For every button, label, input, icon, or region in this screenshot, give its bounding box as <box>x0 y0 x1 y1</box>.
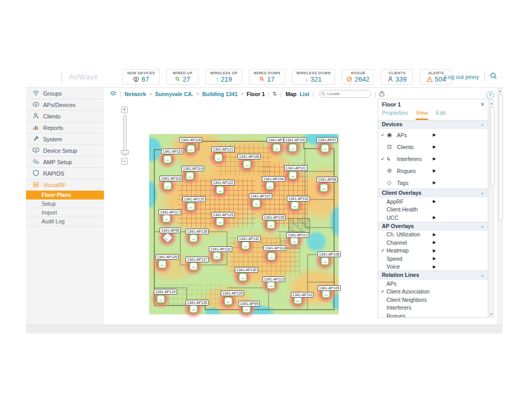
panel-item-interferers[interactable]: Interferers <box>378 304 488 312</box>
panel-item-aps[interactable]: APs <box>378 280 488 288</box>
sidebar-item-visualrf[interactable]: VisualRF <box>26 179 104 191</box>
panel-item-rogues[interactable]: Rogues <box>378 312 488 318</box>
ap-label[interactable]: 1341-AP104 <box>262 176 285 182</box>
sidebar-item-groups[interactable]: Groups <box>26 88 104 99</box>
ap-device-marker[interactable] <box>291 237 298 244</box>
list-view-toggle[interactable]: List <box>300 91 310 97</box>
zoom-in-button[interactable]: + <box>121 107 128 113</box>
lock-icon[interactable] <box>379 90 384 98</box>
ap-label[interactable]: 1341-AP131 <box>237 236 261 242</box>
ap-device-marker[interactable] <box>242 242 249 249</box>
ap-device-marker[interactable] <box>268 221 274 228</box>
ap-device-marker[interactable] <box>190 305 197 312</box>
sidebar-item-rapids[interactable]: RAPIDS <box>26 168 104 179</box>
panel-scrollbar-thumb[interactable] <box>490 107 495 186</box>
collapse-caret-icon[interactable]: ▲ <box>481 271 484 279</box>
panel-item-client-health[interactable]: Client Health <box>378 206 488 214</box>
panel-item-tags[interactable]: ◇Tags▶ <box>378 177 488 189</box>
collapse-caret-icon[interactable]: ▲ <box>481 121 484 128</box>
expand-arrow-icon[interactable]: ▶ <box>433 132 436 137</box>
locate-input[interactable] <box>319 90 371 98</box>
tab-edit[interactable]: Edit <box>436 110 446 120</box>
panel-item-rogues[interactable]: ⊘Rogues▶ <box>378 165 488 177</box>
stat-rogue[interactable]: ROGUE 2642 <box>342 69 374 85</box>
page-scrollbar-thumb[interactable] <box>499 95 503 220</box>
ap-label[interactable]: 1341-AP106 <box>237 154 261 159</box>
stat-wireless-down[interactable]: WIRELESS DOWN ↓321 <box>292 69 336 85</box>
ap-device-marker[interactable] <box>322 145 328 152</box>
sidebar-item-device-setup[interactable]: Device Setup <box>26 145 104 156</box>
ap-label[interactable]: 1341-AP99 <box>238 301 260 307</box>
sidebar-item-import[interactable]: Import <box>26 208 104 217</box>
sidebar-item-reports[interactable]: Reports <box>26 122 104 134</box>
scroll-up-icon[interactable]: ▲ <box>489 102 494 105</box>
panel-section-header[interactable]: Client Overlays▲ <box>378 189 488 197</box>
ap-label[interactable]: 1341-AP95 <box>159 228 181 233</box>
page-scrollbar[interactable]: ▲ ▼ <box>497 88 502 333</box>
ap-device-marker[interactable] <box>322 258 328 264</box>
ap-label[interactable]: 1341-AP127 <box>185 257 209 262</box>
sidebar-item-clients[interactable]: Clients <box>26 111 104 122</box>
ap-device-marker[interactable] <box>188 145 194 152</box>
ap-label[interactable]: 1341-AP110 <box>291 292 314 298</box>
stat-wired-down[interactable]: WIRED DOWN 17 <box>249 69 285 85</box>
ap-device-marker[interactable] <box>321 184 327 191</box>
ap-device-marker[interactable] <box>190 235 197 242</box>
breadcrumb-sunnyvale[interactable]: Sunnyvale CA. <box>155 91 193 97</box>
ap-label[interactable]: 1341-AP119 <box>181 166 204 171</box>
stat-clients[interactable]: CLIENTS 339 <box>381 69 413 85</box>
ap-label[interactable]: 1341-AP115 <box>161 149 184 154</box>
ap-label[interactable]: 1341-AP102 <box>287 196 310 202</box>
ap-label[interactable]: 1341-AP101 <box>284 165 308 171</box>
ap-device-marker[interactable] <box>268 282 274 288</box>
ap-device-marker[interactable] <box>188 203 194 210</box>
scroll-down-icon[interactable]: ▼ <box>489 313 494 316</box>
sidebar-item-system[interactable]: System <box>26 134 104 145</box>
ap-label[interactable]: 1341-AP114 <box>263 245 286 251</box>
ap-label[interactable]: 1341-AP122 <box>211 180 235 185</box>
ap-label[interactable]: 1341-AP123 <box>211 212 235 218</box>
scroll-up-icon[interactable]: ▲ <box>498 89 502 92</box>
ap-device-marker[interactable] <box>289 172 296 179</box>
ap-device-marker[interactable] <box>214 252 220 259</box>
panel-scrollbar[interactable]: ▲ ▼ <box>489 100 494 317</box>
close-icon[interactable]: × <box>481 101 484 108</box>
expand-arrow-icon[interactable]: ▶ <box>433 215 436 220</box>
sidebar-item-setup[interactable]: Setup <box>26 200 104 208</box>
sidebar-item-amp-setup[interactable]: AMP Setup <box>26 156 104 168</box>
panel-item-heatmap[interactable]: ✓Heatmap▶ <box>378 247 488 255</box>
ap-label[interactable]: 1341-AP117 <box>158 209 181 215</box>
sidebar-item-floor-plans[interactable]: Floor Plans <box>26 191 104 200</box>
panel-item-aps[interactable]: ✓◉APs▶ <box>378 129 488 141</box>
ap-label[interactable]: 1341-AP109 <box>317 285 341 291</box>
panel-item-interferers[interactable]: ✓ϟInterferers▶ <box>378 153 488 165</box>
ap-label[interactable]: 1341-AP118 <box>179 137 202 143</box>
help-icon[interactable]: ? <box>486 91 494 99</box>
ap-label[interactable]: 1341-AP105 <box>262 215 286 220</box>
ap-device-marker[interactable] <box>163 215 170 222</box>
ap-device-marker[interactable] <box>253 200 260 207</box>
expand-arrow-icon[interactable]: ▶ <box>433 168 436 173</box>
stat-wired-up[interactable]: WIRED UP 27 <box>166 69 198 85</box>
breadcrumb-building[interactable]: Building 1341 <box>202 91 237 97</box>
ap-label[interactable]: 1341-AP124 <box>154 289 177 295</box>
ap-label[interactable]: 1341-AP121 <box>211 147 235 152</box>
sidebar-item-aps-devices[interactable]: APs/Devices <box>26 99 104 111</box>
ap-label[interactable]: 1341-AP132 <box>209 246 232 252</box>
ap-label[interactable]: 1341-AP129 <box>221 290 244 296</box>
floor-plan-canvas[interactable]: 1341-AP1181341-AP1151341-AP1211341-AP103… <box>149 134 339 314</box>
panel-item-client-association[interactable]: ✓Client Association <box>378 288 488 296</box>
tab-properties[interactable]: Properties <box>382 110 408 120</box>
sidebar-item-audit-log[interactable]: Audit Log <box>26 217 104 226</box>
search-icon[interactable] <box>490 72 497 82</box>
ap-label[interactable]: 1341-AP108 <box>317 251 341 257</box>
zoom-slider-handle[interactable] <box>121 150 129 154</box>
ap-device-marker[interactable] <box>240 274 246 281</box>
expand-arrow-icon[interactable]: ▶ <box>433 264 436 269</box>
collapse-caret-icon[interactable]: ▲ <box>481 189 484 197</box>
expand-arrow-icon[interactable]: ▶ <box>433 232 436 237</box>
breadcrumb-network[interactable]: Network <box>125 91 146 97</box>
ap-device-marker[interactable] <box>289 144 296 151</box>
panel-item-apprf[interactable]: AppRF▶ <box>378 197 488 206</box>
ap-device-marker[interactable] <box>244 161 250 168</box>
